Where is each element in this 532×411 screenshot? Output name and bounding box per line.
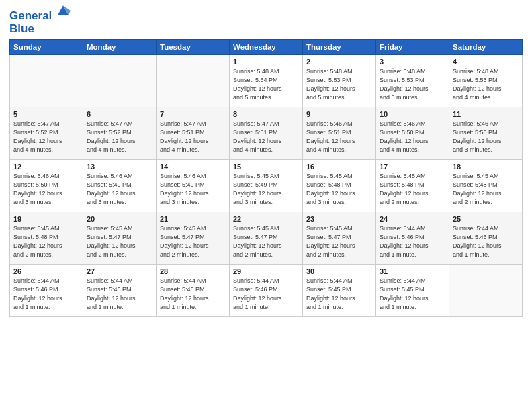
day-number: 10 [380, 110, 445, 118]
day-info: Sunrise: 5:45 AM Sunset: 5:47 PM Dayligh… [233, 224, 299, 259]
day-info: Sunrise: 5:44 AM Sunset: 5:45 PM Dayligh… [380, 277, 445, 312]
day-info: Sunrise: 5:46 AM Sunset: 5:51 PM Dayligh… [306, 120, 372, 154]
day-info: Sunrise: 5:47 AM Sunset: 5:51 PM Dayligh… [160, 120, 226, 154]
day-number: 30 [306, 267, 372, 275]
day-number: 6 [87, 110, 152, 118]
day-number: 29 [233, 267, 299, 275]
day-number: 23 [306, 215, 372, 223]
day-number: 20 [87, 215, 152, 223]
weekday-header-friday: Friday [376, 40, 449, 55]
day-number: 21 [160, 215, 226, 223]
day-number: 4 [453, 58, 519, 66]
day-number: 18 [453, 163, 519, 171]
weekday-header-sunday: Sunday [10, 40, 83, 55]
day-info: Sunrise: 5:45 AM Sunset: 5:48 PM Dayligh… [13, 224, 79, 259]
day-info: Sunrise: 5:45 AM Sunset: 5:47 PM Dayligh… [87, 224, 152, 259]
day-info: Sunrise: 5:44 AM Sunset: 5:46 PM Dayligh… [453, 224, 519, 259]
weekday-header-tuesday: Tuesday [157, 40, 230, 55]
day-info: Sunrise: 5:45 AM Sunset: 5:48 PM Dayligh… [306, 172, 372, 207]
weekday-header-saturday: Saturday [449, 40, 523, 55]
day-number: 11 [453, 110, 519, 118]
weekday-header-row: SundayMondayTuesdayWednesdayThursdayFrid… [10, 40, 523, 55]
day-number: 16 [306, 163, 372, 171]
calendar-cell: 17Sunrise: 5:45 AM Sunset: 5:48 PM Dayli… [376, 160, 449, 212]
weekday-header-monday: Monday [83, 40, 157, 55]
calendar-week-row: 26Sunrise: 5:44 AM Sunset: 5:46 PM Dayli… [10, 265, 523, 317]
calendar-cell: 31Sunrise: 5:44 AM Sunset: 5:45 PM Dayli… [376, 265, 449, 317]
day-info: Sunrise: 5:46 AM Sunset: 5:49 PM Dayligh… [160, 172, 226, 207]
day-number: 13 [87, 163, 152, 171]
calendar-cell: 7Sunrise: 5:47 AM Sunset: 5:51 PM Daylig… [157, 107, 230, 160]
day-number: 3 [380, 58, 445, 66]
day-info: Sunrise: 5:46 AM Sunset: 5:49 PM Dayligh… [87, 172, 152, 207]
calendar-cell: 3Sunrise: 5:48 AM Sunset: 5:53 PM Daylig… [376, 55, 449, 107]
day-info: Sunrise: 5:45 AM Sunset: 5:48 PM Dayligh… [380, 172, 445, 207]
calendar-cell: 15Sunrise: 5:45 AM Sunset: 5:49 PM Dayli… [230, 160, 303, 212]
day-number: 1 [233, 58, 299, 66]
day-info: Sunrise: 5:44 AM Sunset: 5:46 PM Dayligh… [160, 277, 226, 312]
day-number: 2 [306, 58, 372, 66]
day-info: Sunrise: 5:46 AM Sunset: 5:50 PM Dayligh… [13, 172, 79, 207]
day-number: 15 [233, 163, 299, 171]
calendar-week-row: 1Sunrise: 5:48 AM Sunset: 5:54 PM Daylig… [10, 55, 523, 107]
day-info: Sunrise: 5:44 AM Sunset: 5:45 PM Dayligh… [306, 277, 372, 312]
day-info: Sunrise: 5:45 AM Sunset: 5:47 PM Dayligh… [160, 224, 226, 259]
weekday-header-thursday: Thursday [303, 40, 376, 55]
calendar-cell: 14Sunrise: 5:46 AM Sunset: 5:49 PM Dayli… [157, 160, 230, 212]
calendar-week-row: 19Sunrise: 5:45 AM Sunset: 5:48 PM Dayli… [10, 212, 523, 265]
day-number: 27 [87, 267, 152, 275]
logo-general: General [9, 9, 52, 22]
day-info: Sunrise: 5:48 AM Sunset: 5:54 PM Dayligh… [233, 67, 299, 102]
calendar-cell: 26Sunrise: 5:44 AM Sunset: 5:46 PM Dayli… [10, 265, 83, 317]
logo-icon [56, 3, 71, 18]
day-info: Sunrise: 5:47 AM Sunset: 5:51 PM Dayligh… [233, 120, 299, 154]
day-number: 17 [380, 163, 445, 171]
day-info: Sunrise: 5:48 AM Sunset: 5:53 PM Dayligh… [306, 67, 372, 102]
calendar-cell: 12Sunrise: 5:46 AM Sunset: 5:50 PM Dayli… [10, 160, 83, 212]
calendar-cell: 8Sunrise: 5:47 AM Sunset: 5:51 PM Daylig… [230, 107, 303, 160]
day-number: 31 [380, 267, 445, 275]
day-number: 25 [453, 215, 519, 223]
calendar-cell: 25Sunrise: 5:44 AM Sunset: 5:46 PM Dayli… [449, 212, 523, 265]
day-number: 26 [13, 267, 79, 275]
calendar-cell: 24Sunrise: 5:44 AM Sunset: 5:46 PM Dayli… [376, 212, 449, 265]
calendar-cell: 1Sunrise: 5:48 AM Sunset: 5:54 PM Daylig… [230, 55, 303, 107]
calendar-table: SundayMondayTuesdayWednesdayThursdayFrid… [9, 39, 523, 317]
day-info: Sunrise: 5:44 AM Sunset: 5:46 PM Dayligh… [13, 277, 79, 312]
calendar-cell: 29Sunrise: 5:44 AM Sunset: 5:46 PM Dayli… [230, 265, 303, 317]
calendar-cell: 22Sunrise: 5:45 AM Sunset: 5:47 PM Dayli… [230, 212, 303, 265]
calendar-cell: 13Sunrise: 5:46 AM Sunset: 5:49 PM Dayli… [83, 160, 157, 212]
calendar-cell: 11Sunrise: 5:46 AM Sunset: 5:50 PM Dayli… [449, 107, 523, 160]
calendar-cell: 5Sunrise: 5:47 AM Sunset: 5:52 PM Daylig… [10, 107, 83, 160]
day-info: Sunrise: 5:45 AM Sunset: 5:49 PM Dayligh… [233, 172, 299, 207]
day-info: Sunrise: 5:48 AM Sunset: 5:53 PM Dayligh… [453, 67, 519, 102]
day-info: Sunrise: 5:46 AM Sunset: 5:50 PM Dayligh… [453, 120, 519, 154]
day-number: 12 [13, 163, 79, 171]
calendar-cell [83, 55, 157, 107]
day-number: 22 [233, 215, 299, 223]
calendar-cell: 16Sunrise: 5:45 AM Sunset: 5:48 PM Dayli… [303, 160, 376, 212]
day-number: 19 [13, 215, 79, 223]
calendar-cell: 10Sunrise: 5:46 AM Sunset: 5:50 PM Dayli… [376, 107, 449, 160]
day-number: 9 [306, 110, 372, 118]
day-info: Sunrise: 5:44 AM Sunset: 5:46 PM Dayligh… [233, 277, 299, 312]
day-number: 14 [160, 163, 226, 171]
calendar-cell: 21Sunrise: 5:45 AM Sunset: 5:47 PM Dayli… [157, 212, 230, 265]
page-container: General Blue SundayMondayTuesdayWednesda… [0, 0, 532, 324]
calendar-cell: 20Sunrise: 5:45 AM Sunset: 5:47 PM Dayli… [83, 212, 157, 265]
calendar-cell: 2Sunrise: 5:48 AM Sunset: 5:53 PM Daylig… [303, 55, 376, 107]
calendar-cell: 9Sunrise: 5:46 AM Sunset: 5:51 PM Daylig… [303, 107, 376, 160]
calendar-week-row: 5Sunrise: 5:47 AM Sunset: 5:52 PM Daylig… [10, 107, 523, 160]
day-info: Sunrise: 5:48 AM Sunset: 5:53 PM Dayligh… [380, 67, 445, 102]
day-number: 8 [233, 110, 299, 118]
day-number: 7 [160, 110, 226, 118]
logo-blue: Blue [9, 23, 71, 36]
day-info: Sunrise: 5:47 AM Sunset: 5:52 PM Dayligh… [87, 120, 152, 154]
day-info: Sunrise: 5:44 AM Sunset: 5:46 PM Dayligh… [87, 277, 152, 312]
calendar-cell: 23Sunrise: 5:45 AM Sunset: 5:47 PM Dayli… [303, 212, 376, 265]
day-info: Sunrise: 5:47 AM Sunset: 5:52 PM Dayligh… [13, 120, 79, 154]
weekday-header-wednesday: Wednesday [230, 40, 303, 55]
day-info: Sunrise: 5:46 AM Sunset: 5:50 PM Dayligh… [380, 120, 445, 154]
day-number: 24 [380, 215, 445, 223]
calendar-cell: 18Sunrise: 5:45 AM Sunset: 5:48 PM Dayli… [449, 160, 523, 212]
